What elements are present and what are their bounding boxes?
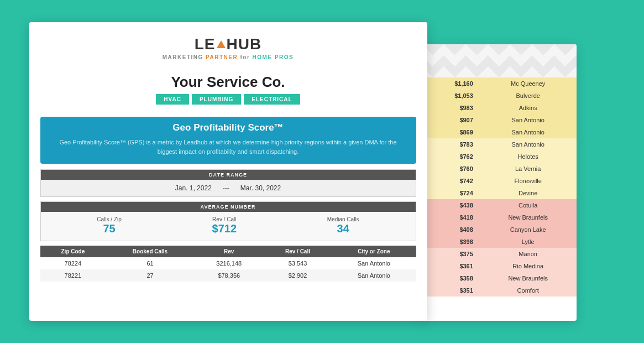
right-cell-value: $1,160 (422, 77, 480, 90)
right-table-row: $375 Marion (422, 248, 577, 260)
logo-le: LE (195, 35, 216, 53)
right-panel: $1,160 Mc Queeney $1,053 Bulverde $983 A… (422, 44, 577, 321)
right-cell-city: Lytle (480, 236, 577, 248)
right-cell-value: $375 (422, 248, 480, 260)
cell-rev: $78,356 (195, 269, 264, 282)
right-cell-value: $742 (422, 175, 480, 187)
avg-median-calls-label: Median Calls (327, 216, 359, 222)
cell-city: San Antonio (332, 269, 416, 282)
col-calls: Booked Calls (106, 246, 194, 257)
tab-plumbing[interactable]: PLUMBING (192, 94, 241, 105)
right-cell-value: $907 (422, 114, 480, 126)
right-cell-city: Mc Queeney (480, 77, 577, 90)
right-table-row: $351 Comfort (422, 284, 577, 297)
col-zip: Zip Code (40, 246, 106, 257)
right-cell-city: San Antonio (480, 138, 577, 150)
right-cell-city: Rio Medina (480, 260, 577, 272)
gps-section: Geo Profitability Score™ Geo Profitabili… (40, 117, 416, 164)
right-cell-value: $762 (422, 150, 480, 163)
right-table-row: $1,160 Mc Queeney (422, 77, 577, 90)
right-cell-city: Canyon Lake (480, 224, 577, 236)
date-end: Mar. 30, 2022 (240, 184, 281, 192)
cell-zip: 78221 (40, 269, 106, 282)
left-panel: LEHUB MARKETING PARTNER for HOME PROS Yo… (29, 22, 427, 321)
right-table-row: $408 Canyon Lake (422, 224, 577, 236)
date-range-section: DATE RANGE Jan. 1, 2022 --- Mar. 30, 202… (40, 169, 416, 197)
right-table-row: $783 San Antonio (422, 138, 577, 150)
right-cell-city: Marion (480, 248, 577, 260)
avg-rev-call-label: Rev / Call (212, 216, 237, 222)
right-table-row: $358 New Braunfels (422, 272, 577, 284)
logo-triangle-icon (217, 40, 226, 48)
right-cell-value: $783 (422, 138, 480, 150)
table-row: 78224 61 $216,148 $3,543 San Antonio (40, 257, 416, 269)
avg-calls-zip: Calls / Zip 75 (97, 216, 121, 235)
avg-median-calls: Median Calls 34 (327, 216, 359, 235)
right-table-row: $361 Rio Medina (422, 260, 577, 272)
right-pattern-bg (422, 44, 577, 77)
avg-calls-zip-label: Calls / Zip (97, 216, 121, 222)
avg-values: Calls / Zip 75 Rev / Call $712 Median Ca… (41, 212, 416, 241)
cell-rev: $216,148 (195, 257, 264, 269)
right-cell-city: Floresville (480, 175, 577, 187)
table-row: 78221 27 $78,356 $2,902 San Antonio (40, 269, 416, 282)
date-range-values: Jan. 1, 2022 --- Mar. 30, 2022 (41, 180, 416, 196)
date-separator: --- (223, 184, 229, 192)
right-table-row: $762 Helotes (422, 150, 577, 163)
right-cell-city: Bulverde (480, 90, 577, 102)
right-cell-city: San Antonio (480, 114, 577, 126)
avg-header: AVERAGE NUMBER (41, 202, 416, 212)
cell-rev-call: $2,902 (264, 269, 332, 282)
right-cell-value: $418 (422, 211, 480, 224)
right-table-row: $724 Devine (422, 187, 577, 199)
right-table-row: $760 La Vernia (422, 163, 577, 175)
right-table-row: $438 Cotulla (422, 199, 577, 211)
right-cell-city: Cotulla (480, 199, 577, 211)
right-table-row: $983 Adkins (422, 102, 577, 114)
col-city: City or Zone (332, 246, 416, 257)
cell-calls: 27 (106, 269, 194, 282)
right-cell-value: $358 (422, 272, 480, 284)
right-cell-city: Adkins (480, 102, 577, 114)
cell-calls: 61 (106, 257, 194, 269)
tab-electrical[interactable]: ELECTRICAL (244, 94, 300, 105)
logo-tagline: MARKETING PARTNER for HOME PROS (29, 54, 427, 60)
right-cell-value: $983 (422, 102, 480, 114)
right-table-row: $398 Lytle (422, 236, 577, 248)
tab-hvac[interactable]: HVAC (156, 94, 189, 105)
avg-rev-call-value: $712 (212, 222, 237, 235)
right-cell-city: La Vernia (480, 163, 577, 175)
right-cell-city: Helotes (480, 150, 577, 163)
gps-title: Geo Profitability Score™ (51, 122, 405, 133)
right-cell-value: $361 (422, 260, 480, 272)
right-data-table: $1,160 Mc Queeney $1,053 Bulverde $983 A… (422, 77, 577, 297)
avg-calls-zip-value: 75 (97, 222, 121, 235)
right-cell-value: $869 (422, 126, 480, 138)
service-tabs: HVAC PLUMBING ELECTRICAL (29, 94, 427, 105)
right-cell-city: Comfort (480, 284, 577, 297)
table-section: Zip Code Booked Calls Rev Rev / Call Cit… (40, 246, 416, 282)
avg-median-calls-value: 34 (327, 222, 359, 235)
cell-zip: 78224 (40, 257, 106, 269)
right-cell-city: Devine (480, 187, 577, 199)
main-container: LEHUB MARKETING PARTNER for HOME PROS Yo… (29, 22, 615, 321)
logo: LEHUB (29, 35, 427, 53)
right-table-row: $869 San Antonio (422, 126, 577, 138)
right-cell-value: $724 (422, 187, 480, 199)
avg-rev-call: Rev / Call $712 (212, 216, 237, 235)
date-range-header: DATE RANGE (41, 170, 416, 180)
right-cell-value: $351 (422, 284, 480, 297)
right-table-row: $1,053 Bulverde (422, 90, 577, 102)
company-name: Your Service Co. (29, 74, 427, 91)
right-cell-city: San Antonio (480, 126, 577, 138)
right-cell-value: $438 (422, 199, 480, 211)
right-cell-city: New Braunfels (480, 211, 577, 224)
right-table-row: $418 New Braunfels (422, 211, 577, 224)
cell-rev-call: $3,543 (264, 257, 332, 269)
data-table: Zip Code Booked Calls Rev Rev / Call Cit… (40, 246, 416, 282)
right-cell-value: $1,053 (422, 90, 480, 102)
right-cell-value: $398 (422, 236, 480, 248)
col-rev: Rev (195, 246, 264, 257)
right-cell-value: $408 (422, 224, 480, 236)
company-section: Your Service Co. HVAC PLUMBING ELECTRICA… (29, 65, 427, 110)
